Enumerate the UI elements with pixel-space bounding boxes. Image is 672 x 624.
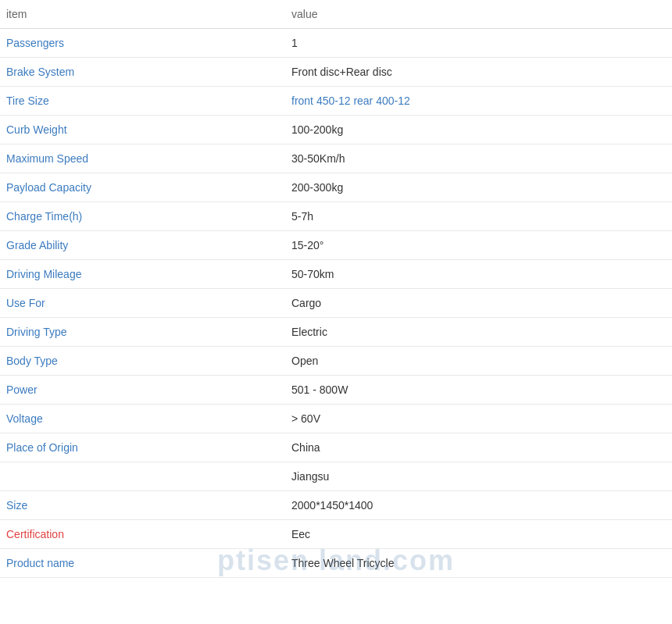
item-cell: Size: [0, 491, 285, 520]
col-value-header: value: [285, 0, 672, 29]
value-cell: Cargo: [285, 289, 672, 318]
table-row: Brake SystemFront disc+Rear disc: [0, 58, 672, 87]
item-cell: Brake System: [0, 58, 285, 87]
col-item-header: item: [0, 0, 285, 29]
item-cell: Tire Size: [0, 87, 285, 116]
value-cell: Front disc+Rear disc: [285, 58, 672, 87]
value-cell: 30-50Km/h: [285, 144, 672, 173]
table-row: Voltage> 60V: [0, 405, 672, 433]
value-cell: Eec: [285, 520, 672, 549]
table-row: Size2000*1450*1400: [0, 491, 672, 520]
item-cell: Payload Capacity: [0, 173, 285, 202]
table-row: Product nameThree Wheel Tricycle: [0, 549, 672, 578]
value-cell: 100-200kg: [285, 116, 672, 144]
table-row: Use ForCargo: [0, 289, 672, 318]
value-cell: 1: [285, 29, 672, 58]
value-cell: Jiangsu: [285, 462, 672, 491]
value-cell: Three Wheel Tricycle: [285, 549, 672, 578]
item-cell: Charge Time(h): [0, 202, 285, 231]
table-row: Curb Weight100-200kg: [0, 116, 672, 144]
value-cell: 2000*1450*1400: [285, 491, 672, 520]
value-cell: front 450-12 rear 400-12: [285, 87, 672, 116]
value-cell: Open: [285, 347, 672, 376]
value-cell: > 60V: [285, 405, 672, 433]
value-cell: China: [285, 433, 672, 462]
specs-table: item value Passengers1Brake SystemFront …: [0, 0, 672, 578]
table-row: Maximum Speed30-50Km/h: [0, 144, 672, 173]
value-cell: Electric: [285, 318, 672, 347]
table-row: Payload Capacity200-300kg: [0, 173, 672, 202]
table-row: Driving TypeElectric: [0, 318, 672, 347]
value-cell: 15-20°: [285, 231, 672, 260]
item-cell: Place of Origin: [0, 433, 285, 462]
table-row: Jiangsu: [0, 462, 672, 491]
value-cell: 5-7h: [285, 202, 672, 231]
table-row: Place of OriginChina: [0, 433, 672, 462]
item-cell: Product name: [0, 549, 285, 578]
table-row: Driving Mileage50-70km: [0, 260, 672, 289]
table-header-row: item value: [0, 0, 672, 29]
item-cell: Certification: [0, 520, 285, 549]
item-cell: Driving Type: [0, 318, 285, 347]
item-cell: [0, 462, 285, 491]
table-row: Charge Time(h)5-7h: [0, 202, 672, 231]
table-row: Tire Sizefront 450-12 rear 400-12: [0, 87, 672, 116]
item-cell: Driving Mileage: [0, 260, 285, 289]
item-cell: Power: [0, 376, 285, 405]
table-row: Body TypeOpen: [0, 347, 672, 376]
table-row: Power501 - 800W: [0, 376, 672, 405]
item-cell: Curb Weight: [0, 116, 285, 144]
item-cell: Voltage: [0, 405, 285, 433]
table-container: item value Passengers1Brake SystemFront …: [0, 0, 672, 624]
item-cell: Grade Ability: [0, 231, 285, 260]
table-row: Grade Ability15-20°: [0, 231, 672, 260]
item-cell: Maximum Speed: [0, 144, 285, 173]
item-cell: Use For: [0, 289, 285, 318]
item-cell: Body Type: [0, 347, 285, 376]
table-row: CertificationEec: [0, 520, 672, 549]
value-cell: 501 - 800W: [285, 376, 672, 405]
table-row: Passengers1: [0, 29, 672, 58]
value-cell: 50-70km: [285, 260, 672, 289]
value-cell: 200-300kg: [285, 173, 672, 202]
item-cell: Passengers: [0, 29, 285, 58]
